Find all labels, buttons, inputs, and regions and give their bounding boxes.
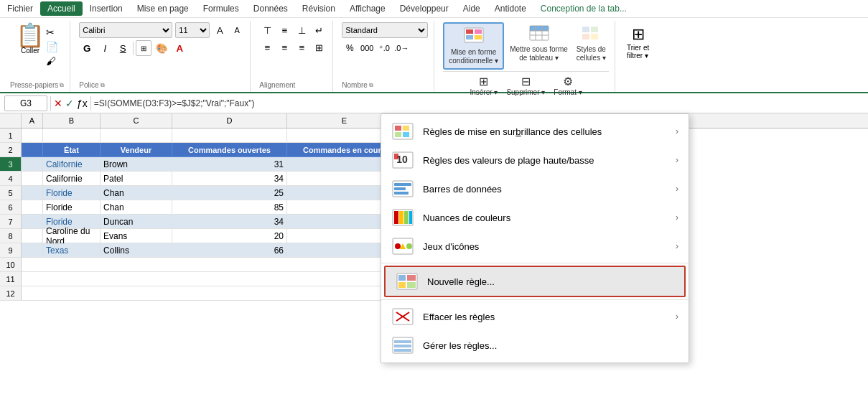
cancel-formula-icon[interactable]: ✕ [54,98,62,109]
color-scales-item[interactable]: Nuances de couleurs › [381,203,689,232]
cell-reference-input[interactable] [4,95,47,111]
bold-button[interactable]: G [79,40,95,56]
coller-button[interactable]: 📋 Coller [16,24,45,55]
couper-icon[interactable]: ✂ [46,27,58,38]
cell-A1[interactable] [22,128,43,143]
align-bottom-button[interactable]: ⊥ [294,22,309,38]
menu-insertion[interactable]: Insertion [83,1,130,16]
styles-label: Styles decellules ▾ [577,45,606,62]
thousands-button[interactable]: 000 [359,40,375,56]
cell-B5[interactable]: Floride [43,186,101,200]
align-center-button[interactable]: ≡ [276,39,292,55]
col-header-B[interactable]: B [43,113,101,128]
menu-antidote[interactable]: Antidote [487,1,533,16]
styles-cellules-button[interactable]: Styles decellules ▾ [574,22,609,65]
menu-affichage[interactable]: Affichage [342,1,393,16]
highlight-rules-item[interactable]: Règles de mise en surbrillance des cellu… [381,117,689,146]
top-bottom-rules-item[interactable]: 10 Règles des valeurs de plage haute/bas… [381,146,689,174]
font-select[interactable]: Calibri [79,22,172,38]
mettre-tableau-button[interactable]: Mettre sous formede tableau ▾ [507,22,571,65]
menu-fichier[interactable]: Fichier [0,1,40,16]
number-format-select[interactable]: Standard [342,22,428,38]
cell-D6[interactable]: 85 [172,200,287,215]
format-button[interactable]: ⚙ Format ▾ [551,73,584,98]
inserer-button[interactable]: ⊞ Insérer ▾ [467,73,500,98]
menu-revision[interactable]: Révision [295,1,342,16]
underline-button[interactable]: S [115,40,131,56]
percent-button[interactable]: % [342,40,358,56]
wrap-text-button[interactable]: ↵ [311,22,327,38]
cell-D5[interactable]: 25 [172,186,287,200]
merge-button[interactable]: ⊞ [311,39,327,55]
cell-A8[interactable] [22,229,43,243]
menu-formules[interactable]: Formules [196,1,246,16]
menu-developpeur[interactable]: Développeur [393,1,456,16]
cell-A3[interactable] [22,157,43,172]
align-right-button[interactable]: ≡ [294,39,309,55]
menu-aide[interactable]: Aide [456,1,487,16]
new-rule-item[interactable]: Nouvelle règle... [384,266,686,297]
cell-C7[interactable]: Duncan [101,215,172,229]
cell-A5[interactable] [22,186,43,200]
cell-C9[interactable]: Collins [101,243,172,258]
manage-rules-item[interactable]: Gérer les règles... [381,331,689,360]
data-bars-item[interactable]: Barres de données › [381,174,689,203]
col-header-D[interactable]: D [172,113,287,128]
cell-D4[interactable]: 34 [172,172,287,186]
cell-D3[interactable]: 31 [172,157,287,172]
cell-C8[interactable]: Evans [101,229,172,243]
cell-D1[interactable] [172,128,287,143]
svg-rect-12 [591,27,598,32]
cell-C1[interactable] [101,128,172,143]
cell-A4[interactable] [22,172,43,186]
increase-font-button[interactable]: A [213,23,227,37]
borders-button[interactable]: ⊞ [136,40,151,56]
cell-D7[interactable]: 34 [172,215,287,229]
cell-B8[interactable]: Caroline du Nord [43,229,101,243]
align-middle-button[interactable]: ≡ [276,22,292,38]
cell-B2[interactable]: État [43,143,101,157]
cell-D8[interactable]: 20 [172,229,287,243]
cell-B3[interactable]: Californie [43,157,101,172]
menu-donnees[interactable]: Données [246,1,295,16]
menu-mise-en-page[interactable]: Mise en page [130,1,196,16]
copier-icon[interactable]: 📄 [46,41,58,52]
cell-C4[interactable]: Patel [101,172,172,186]
cell-C3[interactable]: Brown [101,157,172,172]
align-left-button[interactable]: ≡ [259,39,275,55]
trier-button[interactable]: ⊞ Trier etfiltrer ▾ [624,22,652,62]
col-header-A[interactable]: A [22,113,43,128]
fill-color-button[interactable]: 🎨 [154,40,169,56]
cell-B4[interactable]: Californie [43,172,101,186]
clear-rules-item[interactable]: Effacer les règles › [381,302,689,331]
menu-conception[interactable]: Conception de la tab... [533,1,634,16]
decrease-decimal-button[interactable]: .0→ [393,40,409,56]
align-top-button[interactable]: ⊤ [259,22,275,38]
cell-A6[interactable] [22,200,43,215]
cell-D9[interactable]: 66 [172,243,287,258]
icon-sets-item[interactable]: Jeux d'icônes › [381,232,689,261]
formula-input[interactable] [94,98,864,108]
cell-D2[interactable]: Commandes ouvertes [172,143,287,157]
italic-button[interactable]: I [97,40,113,56]
mise-en-forme-conditionnelle-button[interactable]: Mise en formeconditionnelle ▾ [443,22,504,70]
font-size-select[interactable]: 11 [175,22,210,38]
cell-C2[interactable]: Vendeur [101,143,172,157]
menu-accueil[interactable]: Accueil [40,1,83,16]
reproduire-icon[interactable]: 🖌 [46,55,58,67]
increase-decimal-button[interactable]: ⁺.0 [376,40,392,56]
cell-A2[interactable] [22,143,43,157]
font-color-button[interactable]: A [172,40,187,56]
insert-function-icon[interactable]: ƒx [77,98,88,109]
supprimer-button[interactable]: ⊟ Supprimer ▾ [503,73,548,98]
confirm-formula-icon[interactable]: ✓ [65,98,74,109]
cell-C6[interactable]: Chan [101,200,172,215]
cell-B6[interactable]: Floride [43,200,101,215]
cell-C5[interactable]: Chan [101,186,172,200]
cell-B1[interactable] [43,128,101,143]
cell-B9[interactable]: Texas [43,243,101,258]
cell-A7[interactable] [22,215,43,229]
col-header-C[interactable]: C [101,113,172,128]
decrease-font-button[interactable]: A [230,23,244,37]
cell-A9[interactable] [22,243,43,258]
